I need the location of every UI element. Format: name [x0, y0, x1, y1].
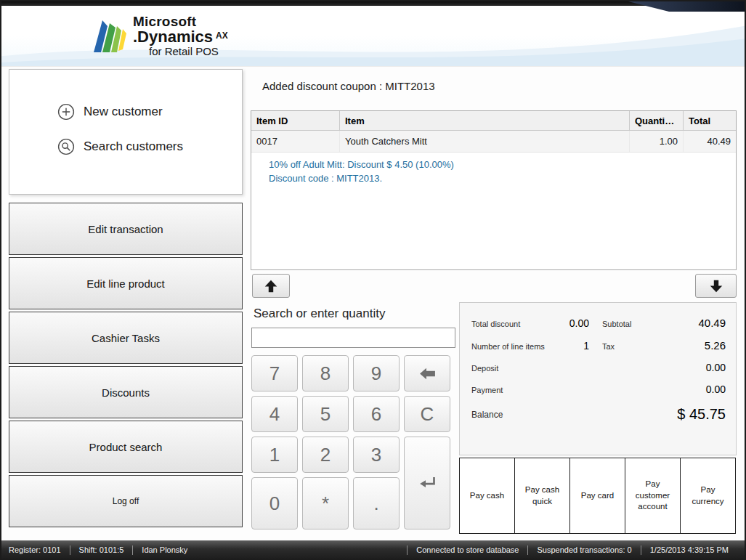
totals-row-discount-subtotal: Total discount 0.00 Subtotal 40.49 [471, 317, 726, 329]
grid-header: Item ID Item Quanti… Total [251, 111, 736, 131]
scroll-up-button[interactable] [252, 274, 290, 298]
new-customer-label: New customer [84, 105, 163, 119]
subtotal-label: Subtotal [602, 320, 653, 328]
edit-transaction-button[interactable]: Edit transaction [9, 203, 243, 255]
totals-panel: Total discount 0.00 Subtotal 40.49 Numbe… [459, 302, 737, 455]
pay-card-button[interactable]: Pay card [569, 458, 625, 534]
totals-row-payment: Payment 0.00 [471, 384, 726, 395]
total-discount-value: 0.00 [546, 317, 589, 329]
balance-label: Balance [471, 410, 503, 420]
app-logo: Microsoft .DynamicsAX for Retail POS [93, 15, 228, 57]
table-row[interactable]: 0017 Youth Catchers Mitt 1.00 40.49 [251, 131, 736, 153]
discount-line: 10% off Adult Mitt: Discount $ 4.50 (10.… [269, 158, 736, 171]
pay-cash-button[interactable]: Pay cash [459, 458, 515, 534]
key-7[interactable]: 7 [251, 355, 298, 391]
cashier-tasks-button[interactable]: Cashier Tasks [9, 312, 243, 364]
backspace-key[interactable] [404, 355, 450, 391]
key-9[interactable]: 9 [353, 355, 400, 391]
pos-window: Microsoft .DynamicsAX for Retail POS New… [0, 0, 746, 560]
discounts-button[interactable]: Discounts [9, 366, 243, 418]
balance-value: $ 45.75 [503, 406, 726, 423]
deposit-value: 0.00 [706, 362, 726, 373]
tax-label: Tax [602, 342, 653, 351]
statusbar-connection: Connected to store database [408, 545, 527, 554]
search-customers-button[interactable]: Search customers [9, 129, 242, 164]
key-2[interactable]: 2 [302, 437, 349, 473]
status-message: Added discount coupon : MITT2013 [262, 80, 435, 92]
key-4[interactable]: 4 [251, 396, 298, 432]
pay-customer-account-button[interactable]: Pay customer account [625, 458, 681, 534]
transaction-grid: Item ID Item Quanti… Total 0017 Youth Ca… [251, 110, 737, 270]
statusbar-register: Register: 0101 [9, 545, 70, 554]
column-header-quantity[interactable]: Quanti… [630, 111, 684, 130]
payment-buttons: Pay cash Pay cash quick Pay card Pay cus… [459, 458, 736, 534]
totals-row-lines-tax: Number of line items 1 Tax 5.26 [471, 339, 726, 352]
key-5[interactable]: 5 [302, 396, 349, 432]
customer-panel: New customer Search customers [9, 69, 243, 195]
numeric-keypad: 7 8 9 4 5 6 C 1 2 3 0 * . [251, 355, 450, 529]
key-0[interactable]: 0 [251, 477, 298, 529]
edit-line-product-button[interactable]: Edit line product [9, 257, 243, 309]
backspace-icon [418, 365, 437, 383]
search-customers-label: Search customers [84, 139, 183, 154]
enter-icon [418, 474, 437, 493]
brand-ax: AX [216, 31, 228, 41]
statusbar-shift: Shift: 0101:5 [70, 545, 133, 554]
clear-key[interactable]: C [404, 396, 450, 432]
product-search-button[interactable]: Product search [9, 421, 243, 473]
key-8[interactable]: 8 [302, 355, 349, 391]
pay-cash-quick-button[interactable]: Pay cash quick [514, 458, 570, 534]
statusbar-left: Register: 0101 Shift: 0101:5 Idan Plonsk… [9, 541, 196, 559]
sidebar-nav: Edit transaction Edit line product Cashi… [9, 203, 243, 529]
key-asterisk[interactable]: * [302, 477, 349, 529]
column-header-total[interactable]: Total [684, 111, 736, 130]
payment-value: 0.00 [706, 384, 726, 395]
brand-tagline: for Retail POS [149, 46, 228, 57]
brand-dynamics: .DynamicsAX [133, 29, 228, 46]
line-items-value: 1 [546, 340, 589, 352]
key-6[interactable]: 6 [353, 396, 400, 432]
key-decimal[interactable]: . [353, 477, 400, 529]
app-header: Microsoft .DynamicsAX for Retail POS [1, 6, 745, 67]
statusbar-right: Connected to store database Suspended tr… [407, 541, 737, 559]
line-items-label: Number of line items [471, 342, 546, 351]
pay-currency-button[interactable]: Pay currency [680, 458, 736, 534]
plus-circle-icon [57, 103, 75, 121]
quantity-label: Search or enter quantity [254, 307, 385, 321]
statusbar-suspended: Suspended transactions: 0 [528, 545, 640, 554]
arrow-down-icon [708, 278, 724, 294]
column-header-item-id[interactable]: Item ID [251, 111, 340, 130]
subtotal-value: 40.49 [653, 317, 726, 329]
discount-code-line: Discount code : MITT2013. [269, 171, 736, 185]
cell-total: 40.49 [684, 131, 736, 152]
scroll-down-button[interactable] [695, 274, 737, 298]
brand-dynamics-word: .Dynamics [133, 28, 213, 46]
cell-item-id: 0017 [251, 131, 340, 152]
arrow-up-icon [263, 278, 279, 294]
log-off-button[interactable]: Log off [9, 475, 243, 527]
total-discount-label: Total discount [471, 320, 546, 328]
brand-text: Microsoft .DynamicsAX for Retail POS [133, 15, 228, 57]
key-3[interactable]: 3 [353, 437, 400, 473]
cell-item: Youth Catchers Mitt [340, 131, 630, 152]
enter-key[interactable] [404, 437, 450, 529]
new-customer-button[interactable]: New customer [9, 94, 242, 129]
totals-row-deposit: Deposit 0.00 [471, 362, 726, 373]
totals-row-balance: Balance $ 45.75 [471, 406, 726, 423]
deposit-label: Deposit [471, 364, 706, 373]
cell-quantity: 1.00 [630, 131, 684, 152]
column-header-item[interactable]: Item [340, 111, 630, 130]
dynamics-logo-icon [93, 17, 126, 54]
search-icon [57, 138, 75, 155]
statusbar: Register: 0101 Shift: 0101:5 Idan Plonsk… [1, 540, 745, 559]
discount-info: 10% off Adult Mitt: Discount $ 4.50 (10.… [251, 153, 736, 185]
payment-label: Payment [471, 386, 706, 394]
statusbar-datetime: 1/25/2013 4:39:15 PM [641, 545, 737, 554]
key-1[interactable]: 1 [251, 437, 298, 473]
statusbar-user: Idan Plonsky [133, 545, 196, 554]
tax-value: 5.26 [653, 339, 726, 352]
quantity-input[interactable] [251, 328, 455, 348]
